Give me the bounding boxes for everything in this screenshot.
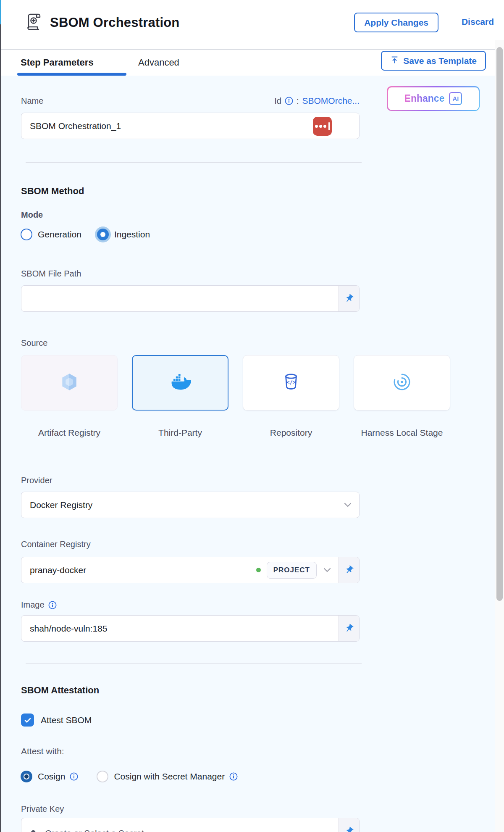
source-card-label: Third-Party: [132, 427, 228, 439]
image-label: Image: [21, 600, 45, 610]
section-divider: [26, 663, 362, 664]
mode-label: Mode: [21, 210, 43, 220]
attest-sbom-label[interactable]: Attest SBOM: [41, 715, 92, 725]
docker-icon: [169, 371, 191, 395]
info-icon[interactable]: [285, 97, 293, 105]
pin-button[interactable]: [339, 616, 359, 641]
info-icon[interactable]: [229, 772, 238, 781]
step-parameters-form: Name Id : SBOMOrche... Enhance AI: [1, 76, 495, 832]
attest-with-label: Attest with:: [21, 746, 64, 756]
svg-text:</>: </>: [286, 379, 295, 385]
radio-cosign[interactable]: [21, 771, 32, 782]
sbom-attestation-heading: SBOM Attestation: [21, 685, 99, 696]
source-card-artifact-registry[interactable]: [21, 355, 118, 411]
source-label: Source: [21, 338, 47, 348]
section-divider: [26, 162, 362, 163]
scrollbar-thumb[interactable]: [496, 47, 503, 601]
attest-sbom-checkbox[interactable]: [21, 714, 34, 727]
source-card-repository[interactable]: </>: [243, 355, 339, 411]
chevron-down-icon[interactable]: [323, 566, 331, 574]
source-card-label: Artifact Registry: [21, 427, 118, 439]
source-card-harness-local-stage[interactable]: [354, 355, 450, 411]
private-key-placeholder: Create or Select a Secret: [45, 828, 144, 832]
page-title: SBOM Orchestration: [50, 15, 179, 30]
name-input[interactable]: [21, 113, 359, 139]
tab-advanced[interactable]: Advanced: [138, 50, 179, 76]
scope-badge: PROJECT: [267, 562, 317, 579]
file-path-input[interactable]: [21, 286, 339, 311]
private-key-label: Private Key: [21, 804, 64, 814]
radio-cosign-secret-manager[interactable]: [97, 771, 108, 782]
radio-ingestion-label[interactable]: Ingestion: [114, 229, 150, 240]
pin-button[interactable]: [339, 818, 359, 832]
step-id-value[interactable]: SBOMOrche...: [302, 96, 360, 106]
sbom-step-panel: SBOM Orchestration Apply Changes Discard…: [0, 0, 504, 832]
container-registry-input[interactable]: [21, 557, 256, 583]
id-separator: :: [297, 96, 299, 106]
radio-generation-label[interactable]: Generation: [38, 229, 81, 240]
tab-step-parameters[interactable]: Step Parameters: [21, 50, 94, 76]
radio-ingestion[interactable]: [97, 229, 109, 240]
pin-button[interactable]: [339, 286, 359, 311]
panel-header: SBOM Orchestration Apply Changes Discard: [1, 0, 504, 49]
info-icon[interactable]: [70, 772, 78, 781]
provider-selected-value: Docker Registry: [21, 500, 344, 510]
container-registry-label: Container Registry: [21, 540, 91, 549]
save-as-template-button[interactable]: Save as Template: [381, 51, 486, 71]
connector-status-dot: [256, 568, 261, 572]
ai-badge: AI: [449, 92, 462, 105]
source-card-label: Harness Local Stage: [354, 427, 450, 439]
artifact-registry-icon: [59, 371, 80, 394]
container-registry-field: PROJECT: [21, 557, 360, 583]
pin-button[interactable]: [339, 557, 359, 583]
repository-icon: </>: [281, 372, 301, 393]
key-icon: [31, 828, 40, 832]
id-label: Id: [274, 96, 281, 106]
info-icon[interactable]: [48, 601, 57, 609]
radio-generation[interactable]: [21, 229, 32, 240]
sbom-scroll-icon: [24, 12, 44, 34]
upload-icon: [390, 55, 399, 66]
sbom-method-heading: SBOM Method: [21, 186, 84, 197]
harness-local-stage-icon: [392, 372, 412, 394]
section-divider: [26, 323, 362, 323]
image-input[interactable]: [21, 616, 339, 641]
attest-with-radio-group: Cosign Cosign with Secret Manager: [21, 771, 238, 782]
file-path-label: SBOM File Path: [21, 269, 81, 279]
private-key-field[interactable]: Create or Select a Secret: [21, 818, 360, 832]
scrollbar-track[interactable]: [495, 40, 504, 832]
mode-radio-group: Generation Ingestion: [21, 229, 150, 240]
provider-label: Provider: [21, 476, 52, 485]
apply-changes-button[interactable]: Apply Changes: [354, 13, 438, 32]
radio-cosign-label[interactable]: Cosign: [38, 771, 65, 782]
provider-select[interactable]: Docker Registry: [21, 492, 360, 518]
radio-cosign-secret-manager-label[interactable]: Cosign with Secret Manager: [114, 771, 225, 782]
tab-bar: Step Parameters Advanced Save as Templat…: [1, 49, 504, 76]
name-label: Name: [21, 96, 43, 106]
discard-button[interactable]: Discard: [462, 17, 494, 27]
source-card-third-party[interactable]: [132, 355, 228, 411]
enhance-ai-button[interactable]: Enhance AI: [387, 86, 480, 111]
active-tab-indicator: [17, 73, 126, 76]
browser-extension-icon[interactable]: [313, 117, 332, 136]
chevron-down-icon: [344, 501, 352, 509]
source-card-label: Repository: [243, 427, 339, 439]
